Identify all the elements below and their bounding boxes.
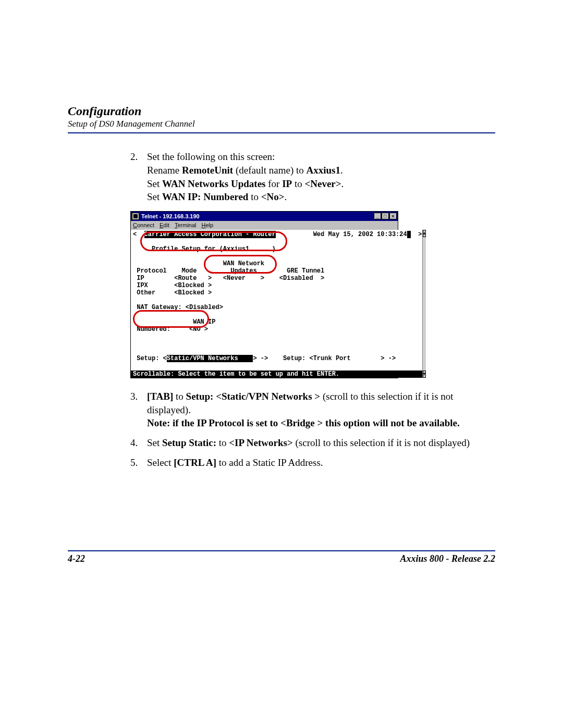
term-line	[131, 340, 422, 348]
text: to	[216, 437, 229, 448]
step-body: Set the following on this screen: Rename…	[147, 150, 495, 204]
step-index: 3.	[130, 390, 147, 430]
footer-rule	[68, 550, 495, 551]
step-body: Set Setup Static: to <IP Networks> (scro…	[147, 436, 495, 450]
bold: Setup: <Static/VPN Networks >	[186, 391, 321, 402]
page-footer: 4-22 Axxius 800 - Release 2.2	[68, 550, 495, 564]
menubar: Connect Edit Terminal Help	[131, 221, 398, 230]
step-body: [TAB] to Setup: <Static/VPN Networks > (…	[147, 390, 495, 430]
telnet-window: Telnet - 192.168.3.190 _ □ × Connect Edi…	[130, 211, 398, 378]
scrollbar[interactable]: ▲ ▼	[422, 230, 426, 378]
term-line: Other <Blocked >	[131, 289, 422, 297]
page-subtitle: Setup of DS0 Management Channel	[68, 119, 495, 129]
text: for	[265, 178, 282, 189]
app-icon	[132, 213, 139, 220]
text: (default name) to	[233, 165, 306, 176]
inverse-text: Carrier Access Corporation - Router	[144, 231, 276, 238]
term-line	[131, 311, 422, 318]
step-2: 2. Set the following on this screen: Ren…	[130, 150, 495, 204]
note-bold: Note: if the IP Protocol is set to <Brid…	[147, 417, 460, 428]
term-line: Profile Setup for (Axxius1 )	[131, 245, 422, 253]
bold: <Never>	[304, 178, 341, 189]
term-line: NAT Gateway: <Disabled>	[131, 304, 422, 311]
titlebar[interactable]: Telnet - 192.168.3.190 _ □ ×	[131, 212, 398, 221]
page-number: 4-22	[68, 553, 85, 564]
term-line: Setup: <Static/VPN Networks > -> Setup: …	[131, 355, 422, 362]
text: Set	[147, 191, 162, 202]
step-index: 4.	[130, 436, 147, 450]
text: Rename	[147, 165, 182, 176]
product-release: Axxius 800 - Release 2.2	[400, 553, 496, 564]
key-label: [CTRL A]	[174, 457, 216, 468]
bold: Setup Static:	[162, 437, 216, 448]
text: Set	[147, 178, 162, 189]
term-line	[131, 348, 422, 355]
term-line	[131, 333, 422, 340]
term-line: < Carrier Access Corporation - Router We…	[131, 231, 422, 238]
term-line	[131, 238, 422, 245]
menu-edit[interactable]: Edit	[160, 221, 169, 229]
text: Set the following on this screen:	[147, 151, 275, 162]
step-index: 2.	[130, 150, 147, 204]
text: Select	[147, 457, 174, 468]
term-line	[131, 297, 422, 304]
close-button[interactable]: ×	[389, 213, 397, 219]
window-title: Telnet - 192.168.3.190	[141, 213, 200, 220]
term-line: IP <Route > <Never > <Disabled >	[131, 275, 422, 282]
step-5: 5. Select [CTRL A] to add a Static IP Ad…	[130, 456, 495, 470]
scroll-up-button[interactable]: ▲	[423, 230, 426, 237]
inverse-text: Static/VPN Networks	[167, 355, 253, 362]
text: .	[341, 178, 344, 189]
menu-help[interactable]: Help	[202, 221, 214, 229]
text: .	[340, 165, 343, 176]
body-content: 2. Set the following on this screen: Ren…	[130, 150, 495, 469]
bold: RemoteUnit	[182, 165, 233, 176]
term-line: WAN Network	[131, 260, 422, 267]
page-title: Configuration	[68, 104, 495, 118]
text: to add a Static IP Address.	[216, 457, 323, 468]
text: to	[248, 191, 261, 202]
bold: Axxius1	[307, 165, 340, 176]
step-3: 3. [TAB] to Setup: <Static/VPN Networks …	[130, 390, 495, 430]
menu-terminal[interactable]: Terminal	[175, 221, 197, 229]
bold: <No>	[261, 191, 285, 202]
bold: <IP Networks>	[229, 437, 292, 448]
step-body: Select [CTRL A] to add a Static IP Addre…	[147, 456, 495, 470]
text: .	[285, 191, 287, 202]
scroll-track[interactable]	[423, 237, 426, 371]
maximize-button[interactable]: □	[382, 213, 389, 219]
menu-connect[interactable]: Connect	[133, 221, 154, 229]
term-line: Numbered: <NO >	[131, 326, 422, 333]
key-label: [TAB]	[147, 391, 173, 402]
term-line: IPX <Blocked >	[131, 282, 422, 289]
terminal-area[interactable]: < Carrier Access Corporation - Router We…	[131, 230, 422, 378]
status-line: Scrollable: Select the item to be set up…	[131, 371, 422, 378]
bold: WAN Networks Updates	[162, 178, 265, 189]
header-rule	[68, 132, 495, 133]
term-line	[131, 253, 422, 260]
bold: WAN IP: Numbered	[162, 191, 248, 202]
text: (scroll to this selection if it is not d…	[293, 437, 470, 448]
text: to	[173, 391, 186, 402]
step-index: 5.	[130, 456, 147, 470]
step-4: 4. Set Setup Static: to <IP Networks> (s…	[130, 436, 495, 450]
text: to	[292, 178, 304, 189]
minimize-button[interactable]: _	[374, 213, 381, 219]
cursor	[407, 231, 411, 238]
bold: IP	[282, 178, 292, 189]
scroll-down-button[interactable]: ▼	[423, 371, 426, 378]
term-line: WAN IP	[131, 318, 422, 326]
term-line: Protocol Mode Updates GRE Tunnel	[131, 267, 422, 275]
text: Set	[147, 437, 162, 448]
